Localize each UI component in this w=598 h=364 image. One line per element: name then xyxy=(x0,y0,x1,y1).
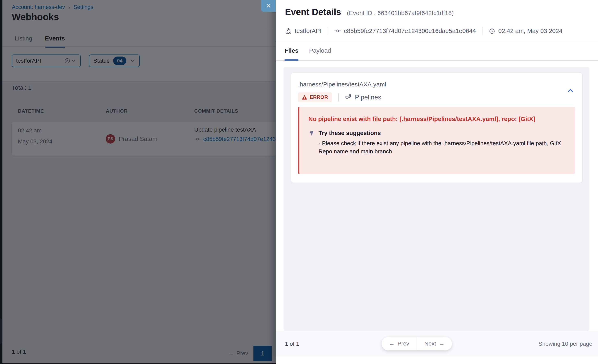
commit-meta: c85b59fe27713f74d07e124300e16dae5a1e0644 xyxy=(328,27,476,34)
prev-arrow-icon: ← xyxy=(389,340,395,347)
warning-icon xyxy=(302,94,307,100)
error-badge-label: ERROR xyxy=(310,94,328,100)
pipelines-icon xyxy=(345,94,352,101)
suggestion-title: Try these suggestions xyxy=(318,130,381,136)
chevron-up-icon[interactable] xyxy=(567,87,574,93)
webhook-name: testforAPI xyxy=(295,27,322,34)
drawer-next-label: Next xyxy=(424,340,436,347)
file-card: .harness/Pipelines/testAXA.yaml ERROR xyxy=(291,73,582,183)
event-id-label: (Event ID : 663401bb67af9f642fc1df18) xyxy=(347,9,454,17)
drawer-pagination-bar: 1 of 1 ← Prev Next → Showing 10 per page xyxy=(276,331,598,357)
drawer-title: Event Details xyxy=(285,7,341,17)
file-path: .harness/Pipelines/testAXA.yaml xyxy=(298,81,386,88)
tab-files[interactable]: Files xyxy=(284,42,298,61)
error-status-badge: ERROR xyxy=(298,92,332,102)
suggestion-body: - Please check if there exist any pipeli… xyxy=(318,139,567,156)
drawer-header: Event Details (Event ID : 663401bb67af9f… xyxy=(285,7,454,17)
entity-label: Pipelines xyxy=(355,93,381,101)
drawer-prev-button[interactable]: ← Prev xyxy=(382,337,416,350)
error-message-box: No pipeline exist with file path: [.harn… xyxy=(298,107,575,174)
webhook-icon xyxy=(285,27,292,34)
tab-payload[interactable]: Payload xyxy=(309,42,331,61)
drawer-page-count-label: 1 of 1 xyxy=(285,341,299,347)
timestamp-meta: 02:42 am, May 03 2024 xyxy=(482,27,562,34)
drawer-tabs: Files Payload xyxy=(284,42,331,61)
webhooks-page: Account: harness-dev › Settings Webhooks… xyxy=(0,0,598,364)
event-timestamp: 02:42 am, May 03 2024 xyxy=(498,27,562,34)
drawer-prev-label: Prev xyxy=(398,340,409,347)
commit-icon xyxy=(334,27,341,34)
next-arrow-icon: → xyxy=(439,340,445,347)
files-panel: .harness/Pipelines/testAXA.yaml ERROR xyxy=(283,67,590,331)
lightbulb-icon xyxy=(308,130,315,136)
drawer-next-button[interactable]: Next → xyxy=(416,337,452,350)
event-commit-sha: c85b59fe27713f74d07e124300e16dae5a1e0644 xyxy=(344,27,476,34)
drawer-pager: ← Prev Next → xyxy=(382,337,452,350)
modal-dim-overlay[interactable] xyxy=(0,0,276,364)
entity-type: Pipelines xyxy=(345,93,381,101)
suggestion-header: Try these suggestions xyxy=(308,130,567,136)
webhook-meta: testforAPI xyxy=(285,27,322,34)
error-title: No pipeline exist with file path: [.harn… xyxy=(308,116,567,122)
per-page-label: Showing 10 per page xyxy=(538,341,592,347)
close-icon[interactable]: ✕ xyxy=(261,0,276,12)
event-meta-row: testforAPI c85b59fe27713f74d07e124300e16… xyxy=(285,25,562,37)
clock-icon xyxy=(489,27,496,34)
file-status-row: ERROR Pipeline xyxy=(298,92,381,102)
vertical-divider xyxy=(338,93,339,101)
event-details-drawer: ✕ Event Details (Event ID : 663401bb67af… xyxy=(276,0,598,364)
